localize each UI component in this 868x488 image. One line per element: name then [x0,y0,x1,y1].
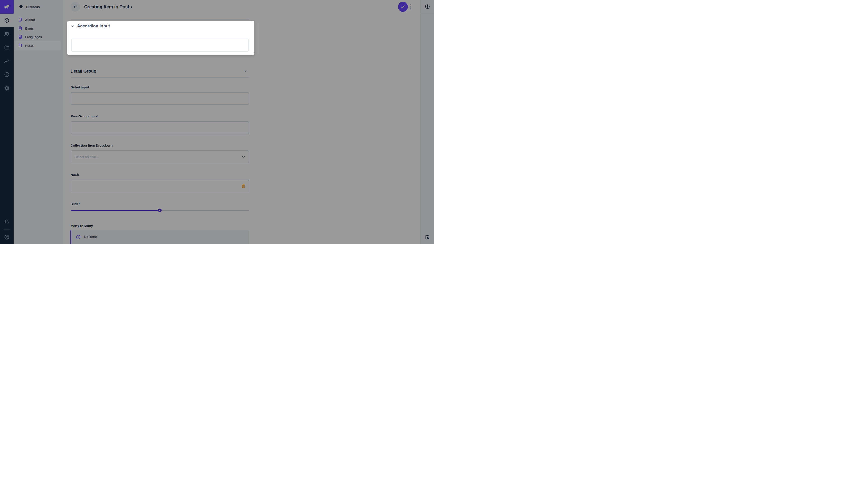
accordion-toggle[interactable]: Accordion Input [67,21,254,29]
accordion-input-card: Accordion Input [67,21,254,55]
app-root: ? Directus [0,0,434,244]
accordion-title: Accordion Input [77,24,110,29]
chevron-down-icon [71,24,74,28]
accordion-input-field[interactable] [71,39,249,52]
